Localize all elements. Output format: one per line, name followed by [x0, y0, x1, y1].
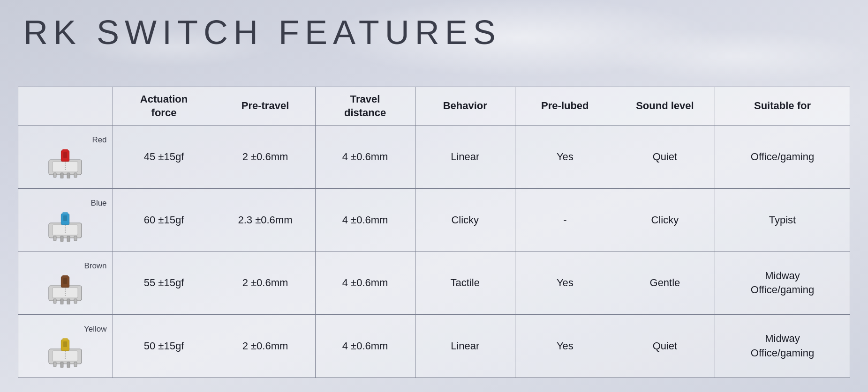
switch-cell-blue: Blue — [18, 188, 113, 251]
svg-rect-35 — [67, 362, 70, 368]
suitable-text: MidwayOffice/gaming — [751, 333, 814, 359]
behavior-cell: Linear — [415, 126, 515, 189]
svg-rect-17 — [62, 212, 68, 215]
svg-rect-37 — [62, 338, 68, 341]
pre-travel-cell: 2 ±0.6mm — [215, 126, 315, 189]
svg-rect-5 — [67, 173, 70, 178]
sound-level-cell: Gentle — [615, 251, 715, 315]
switch-icon-blue — [21, 209, 110, 242]
suitable-for-cell: MidwayOffice/gaming — [715, 251, 850, 315]
suitable-text: Office/gaming — [751, 151, 814, 163]
switch-icon-red — [21, 146, 110, 178]
travel-distance-cell: 4 ±0.6mm — [315, 315, 415, 378]
svg-rect-4 — [60, 173, 63, 178]
header-sound-level: Sound level — [615, 87, 715, 126]
sound-level-cell: Quiet — [615, 315, 715, 378]
suitable-for-cell: MidwayOffice/gaming — [715, 315, 850, 378]
header-pre-travel: Pre-travel — [215, 87, 315, 126]
table-row: Blue — [18, 188, 850, 251]
actuation-force-cell: 45 ±15gf — [113, 126, 215, 189]
svg-rect-11 — [53, 225, 78, 235]
svg-rect-32 — [53, 362, 56, 367]
table-row: Red — [18, 126, 850, 189]
sound-level-cell: Quiet — [615, 126, 715, 189]
svg-rect-27 — [62, 275, 68, 278]
switch-icon-brown — [21, 272, 110, 304]
behavior-cell: Linear — [415, 315, 515, 378]
switch-cell-brown: Brown — [18, 251, 113, 315]
svg-rect-14 — [60, 236, 63, 242]
svg-rect-23 — [74, 299, 77, 303]
switch-cell-red: Red — [18, 126, 113, 189]
travel-distance-cell: 4 ±0.6mm — [315, 188, 415, 251]
header-icon-col — [18, 87, 113, 126]
table-header-row: Actuationforce Pre-travel Traveldistance… — [18, 87, 850, 126]
svg-rect-18 — [63, 215, 67, 221]
pre-lubed-cell: Yes — [515, 126, 615, 189]
switch-features-table: Actuationforce Pre-travel Traveldistance… — [18, 87, 850, 378]
suitable-for-cell: Typist — [715, 188, 850, 251]
svg-rect-7 — [62, 149, 68, 152]
actuation-force-cell: 55 ±15gf — [113, 251, 215, 315]
svg-rect-21 — [53, 288, 78, 298]
switch-cell-yellow: Yellow — [18, 315, 113, 378]
suitable-for-cell: Office/gaming — [715, 126, 850, 189]
actuation-force-cell: 60 ±15gf — [113, 188, 215, 251]
switch-icon-yellow — [21, 335, 110, 368]
svg-rect-25 — [67, 299, 70, 304]
svg-rect-31 — [53, 351, 78, 361]
svg-rect-12 — [53, 236, 56, 241]
svg-rect-1 — [53, 162, 78, 172]
svg-rect-3 — [74, 173, 77, 178]
svg-rect-15 — [67, 236, 70, 242]
pre-travel-cell: 2 ±0.6mm — [215, 251, 315, 315]
svg-rect-28 — [63, 278, 67, 284]
behavior-cell: Clicky — [415, 188, 515, 251]
switch-name-blue: Blue — [21, 199, 110, 209]
pre-lubed-cell: Yes — [515, 315, 615, 378]
pre-travel-cell: 2 ±0.6mm — [215, 315, 315, 378]
behavior-cell: Tactile — [415, 251, 515, 315]
features-table-container: Actuationforce Pre-travel Traveldistance… — [18, 87, 850, 378]
pre-travel-cell: 2.3 ±0.6mm — [215, 188, 315, 251]
table-row: Yellow — [18, 315, 850, 378]
svg-rect-22 — [53, 299, 56, 303]
pre-lubed-cell: - — [515, 188, 615, 251]
switch-name-yellow: Yellow — [21, 325, 110, 335]
suitable-text: MidwayOffice/gaming — [751, 270, 814, 296]
svg-rect-24 — [60, 299, 63, 304]
switch-name-brown: Brown — [21, 261, 110, 272]
page-title: RK SWITCH FEATURES — [23, 13, 501, 52]
svg-rect-8 — [63, 152, 67, 158]
header-actuation-force: Actuationforce — [113, 87, 215, 126]
header-behavior: Behavior — [415, 87, 515, 126]
travel-distance-cell: 4 ±0.6mm — [315, 251, 415, 315]
svg-rect-34 — [60, 362, 63, 368]
switch-name-red: Red — [21, 135, 110, 146]
header-suitable-for: Suitable for — [715, 87, 850, 126]
actuation-force-cell: 50 ±15gf — [113, 315, 215, 378]
svg-rect-38 — [63, 341, 67, 347]
svg-rect-13 — [74, 236, 77, 241]
svg-rect-2 — [53, 173, 56, 178]
header-travel-distance: Traveldistance — [315, 87, 415, 126]
sound-level-cell: Clicky — [615, 188, 715, 251]
travel-distance-cell: 4 ±0.6mm — [315, 126, 415, 189]
table-row: Brown — [18, 251, 850, 315]
header-pre-lubed: Pre-lubed — [515, 87, 615, 126]
pre-lubed-cell: Yes — [515, 251, 615, 315]
svg-rect-33 — [74, 362, 77, 367]
